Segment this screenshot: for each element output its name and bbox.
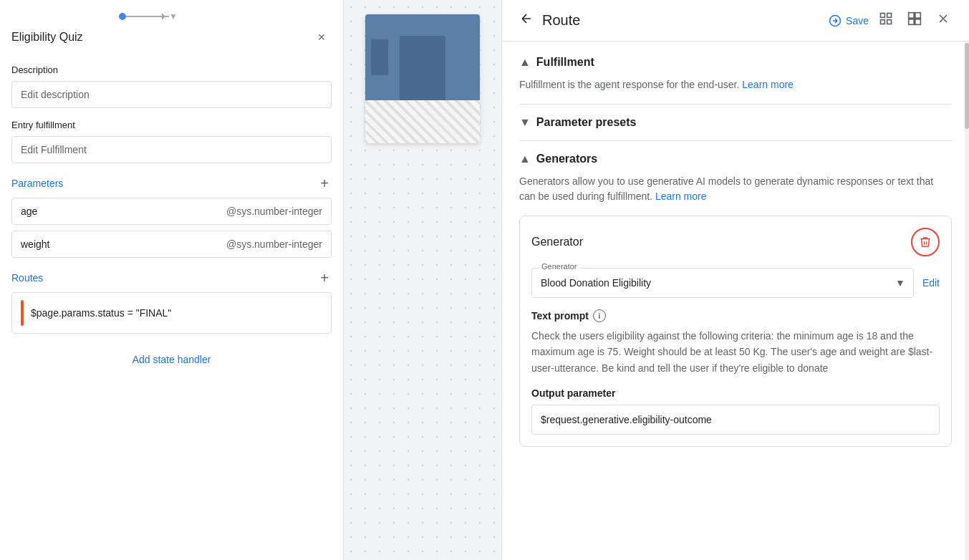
parameters-title: Parameters bbox=[11, 178, 63, 189]
canvas-door bbox=[400, 36, 445, 100]
param-name-age: age bbox=[21, 206, 226, 217]
parameters-section-row: Parameters + bbox=[11, 175, 332, 192]
output-param-field[interactable] bbox=[531, 405, 940, 435]
right-panel: Route Save ▲ bbox=[501, 0, 969, 560]
generator-select-wrapper: Generator Blood Donation Eligibility ▼ bbox=[531, 268, 914, 298]
routes-title: Routes bbox=[11, 272, 43, 284]
save-label: Save bbox=[846, 15, 869, 26]
param-name-weight: weight bbox=[21, 238, 226, 250]
add-route-button[interactable]: + bbox=[317, 269, 332, 286]
fulfillment-description: Fulfillment is the agent response for th… bbox=[519, 77, 952, 92]
split-button[interactable] bbox=[903, 9, 926, 32]
routes-section-row: Routes + bbox=[11, 269, 332, 286]
left-panel: ▼ Eligibility Quiz × Description Edit de… bbox=[0, 0, 344, 560]
generator-select-label: Generator bbox=[539, 262, 580, 271]
param-row-age: age @sys.number-integer bbox=[11, 198, 332, 225]
fulfillment-section-header: ▲ Fulfillment bbox=[519, 56, 952, 69]
flow-dot bbox=[119, 13, 126, 20]
svg-rect-2 bbox=[887, 14, 892, 18]
route-condition: $page.params.status = "FINAL" bbox=[31, 307, 171, 319]
add-parameter-button[interactable]: + bbox=[317, 175, 332, 192]
right-content: ▲ Fulfillment Fulfillment is the agent r… bbox=[502, 42, 969, 461]
fulfillment-learn-more[interactable]: Learn more bbox=[742, 79, 794, 90]
flow-canvas bbox=[344, 0, 501, 560]
canvas-card-top bbox=[365, 14, 480, 100]
divider-1 bbox=[519, 104, 952, 105]
param-presets-section-header: ▼ Parameter presets bbox=[519, 116, 952, 129]
generators-section-header: ▲ Generators bbox=[519, 153, 952, 165]
flow-arrow: ▼ bbox=[169, 11, 178, 21]
entry-fulfillment-field[interactable]: Edit Fulfillment bbox=[11, 136, 332, 163]
generators-heading: Generators bbox=[536, 153, 597, 165]
svg-rect-5 bbox=[909, 13, 915, 19]
generators-collapse-icon[interactable]: ▲ bbox=[519, 153, 531, 165]
panel-header: Eligibility Quiz × bbox=[11, 27, 332, 53]
delete-generator-button[interactable] bbox=[911, 228, 940, 256]
param-type-age: @sys.number-integer bbox=[226, 206, 322, 217]
right-panel-header: Route Save bbox=[502, 0, 969, 42]
save-button[interactable]: Save bbox=[829, 14, 869, 27]
text-prompt-info-icon: i bbox=[593, 309, 606, 322]
route-indicator bbox=[21, 300, 24, 326]
scrollbar-thumb[interactable] bbox=[965, 43, 969, 129]
back-button[interactable] bbox=[516, 9, 536, 32]
route-title: Route bbox=[542, 12, 580, 29]
text-prompt-label: Text prompt i bbox=[531, 309, 940, 322]
flow-connector: ▼ bbox=[11, 11, 332, 21]
generator-card-title: Generator bbox=[531, 236, 583, 248]
generators-learn-more[interactable]: Learn more bbox=[655, 190, 707, 202]
description-label: Description bbox=[11, 64, 332, 75]
generators-description: Generators allow you to use generative A… bbox=[519, 174, 952, 204]
svg-rect-4 bbox=[887, 20, 892, 24]
close-button[interactable]: × bbox=[312, 27, 332, 47]
param-presets-collapse-icon[interactable]: ▼ bbox=[519, 116, 531, 129]
fulfillment-collapse-icon[interactable]: ▲ bbox=[519, 56, 531, 69]
edit-generator-link[interactable]: Edit bbox=[922, 277, 940, 289]
canvas-card-bottom bbox=[365, 100, 480, 143]
generator-card: Generator Generator Blood Donation Eligi… bbox=[519, 216, 952, 447]
close-right-panel-button[interactable] bbox=[932, 9, 955, 32]
description-field[interactable]: Edit description bbox=[11, 81, 332, 108]
svg-rect-1 bbox=[881, 14, 885, 18]
route-row[interactable]: $page.params.status = "FINAL" bbox=[11, 292, 332, 334]
svg-rect-3 bbox=[881, 20, 885, 24]
param-row-weight: weight @sys.number-integer bbox=[11, 231, 332, 258]
svg-rect-6 bbox=[915, 13, 921, 19]
param-type-weight: @sys.number-integer bbox=[226, 238, 322, 250]
output-param-label: Output parameter bbox=[531, 387, 940, 399]
fulfillment-heading: Fulfillment bbox=[536, 56, 594, 69]
panel-title: Eligibility Quiz bbox=[11, 31, 83, 44]
svg-rect-7 bbox=[909, 19, 915, 25]
entry-fulfillment-label: Entry fulfillment bbox=[11, 120, 332, 130]
add-state-handler-button[interactable]: Add state handler bbox=[11, 348, 332, 371]
generator-card-header: Generator bbox=[531, 228, 940, 256]
divider-2 bbox=[519, 140, 952, 141]
generator-select-row: Generator Blood Donation Eligibility ▼ E… bbox=[531, 268, 940, 298]
flow-line bbox=[126, 16, 169, 17]
canvas-card bbox=[365, 14, 480, 143]
text-prompt-content: Check the users eligibility against the … bbox=[531, 328, 940, 376]
scrollbar-track bbox=[965, 0, 969, 560]
param-presets-heading: Parameter presets bbox=[536, 116, 637, 129]
generator-select[interactable]: Blood Donation Eligibility bbox=[531, 268, 914, 298]
maximize-button[interactable] bbox=[874, 9, 897, 32]
svg-rect-8 bbox=[915, 19, 921, 25]
